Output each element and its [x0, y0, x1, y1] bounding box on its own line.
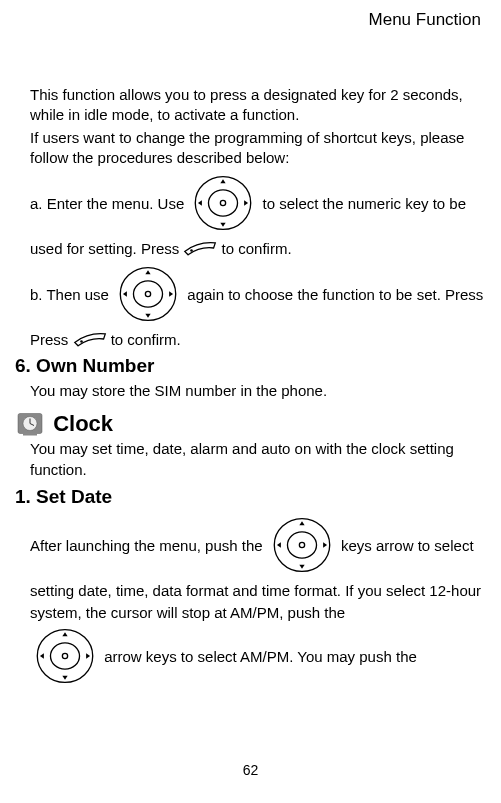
step-b: b. Then use again to choose the function… [30, 261, 486, 350]
step-b-text-2b: Press [30, 330, 73, 347]
set-date-text-3: arrow keys to select AM/PM. You may push… [104, 647, 417, 664]
page-number: 62 [0, 762, 501, 778]
step-b-text-2: again to choose the function to be set. … [187, 285, 483, 302]
page-header: Menu Function [15, 10, 486, 30]
intro-paragraph-2: If users want to change the programming … [30, 128, 486, 169]
dpad-icon [188, 170, 258, 236]
softkey-icon [73, 330, 107, 348]
clock-icon [15, 409, 45, 439]
step-a: a. Enter the menu. Use to select the num… [30, 170, 486, 259]
dpad-icon [267, 512, 337, 578]
softkey-icon [183, 239, 217, 257]
dpad-icon [113, 261, 183, 327]
dpad-icon [30, 623, 100, 689]
step-b-text-1: b. Then use [30, 285, 113, 302]
set-date-heading: 1. Set Date [15, 486, 486, 508]
clock-body: You may set time, date, alarm and auto o… [30, 439, 486, 480]
step-a-text-1: a. Enter the menu. Use [30, 195, 188, 212]
own-number-heading: 6. Own Number [15, 355, 486, 377]
set-date-body: After launching the menu, push the keys … [30, 512, 486, 689]
set-date-text-1: After launching the menu, push the [30, 536, 267, 553]
clock-heading-row: Clock [15, 409, 486, 439]
intro-paragraph-1: This function allows you to press a desi… [30, 85, 486, 126]
step-b-text-3: to confirm. [111, 330, 181, 347]
clock-heading: Clock [53, 411, 113, 437]
page-body: This function allows you to press a desi… [15, 85, 486, 689]
own-number-body: You may store the SIM number in the phon… [30, 381, 486, 401]
step-a-text-3: to confirm. [222, 240, 292, 257]
